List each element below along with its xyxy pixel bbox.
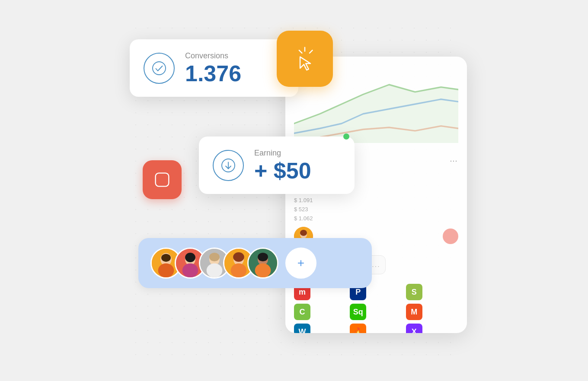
integration-square[interactable]: Sq (350, 304, 366, 320)
avatar-stack (150, 248, 278, 279)
person-5-icon (249, 249, 277, 277)
earning-card: Earning + $50 (199, 137, 355, 194)
integration-fire[interactable]: 🔥 (350, 324, 366, 333)
more-dots: ... (372, 261, 380, 269)
svg-point-14 (182, 264, 198, 277)
red-app-icon (143, 160, 182, 199)
avatar-5 (247, 248, 278, 279)
svg-point-0 (153, 62, 166, 75)
orders-menu-icon[interactable]: ⋯ (450, 156, 458, 165)
svg-point-9 (161, 254, 171, 262)
price-item-6: $ 1.062 (294, 215, 458, 222)
svg-rect-4 (156, 173, 169, 187)
svg-point-26 (255, 264, 271, 277)
integration-x[interactable]: X (406, 324, 422, 333)
earning-value: + $50 (254, 159, 311, 182)
conversions-check-icon (144, 53, 175, 84)
cursor-icon (290, 44, 320, 74)
earning-text: Earning + $50 (254, 149, 311, 182)
price-item-5: $ 523 (294, 206, 458, 213)
svg-point-25 (258, 253, 268, 261)
earning-label: Earning (254, 149, 311, 158)
svg-point-17 (209, 253, 220, 261)
earning-arrow-icon (213, 150, 244, 181)
svg-point-13 (185, 253, 195, 262)
dashboard-panel: Orders ⋯ $ 3.237 $ 244 $ 72 $ 1.091 $ 52… (285, 57, 467, 333)
svg-line-2 (310, 50, 313, 53)
svg-line-3 (299, 50, 302, 53)
status-circle (443, 229, 458, 244)
price-item-4: $ 1.091 (294, 197, 458, 203)
svg-point-29 (300, 230, 307, 236)
svg-point-18 (207, 264, 223, 277)
integration-circle[interactable]: C (294, 304, 310, 320)
conversions-value: 1.376 (185, 62, 241, 85)
earning-status-dot (343, 133, 349, 140)
conversions-text: Conversions 1.376 (185, 51, 241, 85)
message-icon (152, 170, 172, 190)
conversions-label: Conversions (185, 51, 241, 60)
team-card: + (138, 238, 372, 288)
click-icon-box (277, 31, 333, 87)
conversions-card: Conversions 1.376 (130, 39, 298, 97)
svg-point-10 (158, 264, 174, 277)
integration-wordpress[interactable]: W (294, 324, 310, 333)
add-member-button[interactable]: + (285, 248, 316, 279)
integration-magento[interactable]: M (406, 304, 422, 320)
integration-shopify[interactable]: S (406, 284, 422, 300)
svg-point-22 (231, 264, 247, 277)
svg-point-21 (233, 252, 244, 262)
